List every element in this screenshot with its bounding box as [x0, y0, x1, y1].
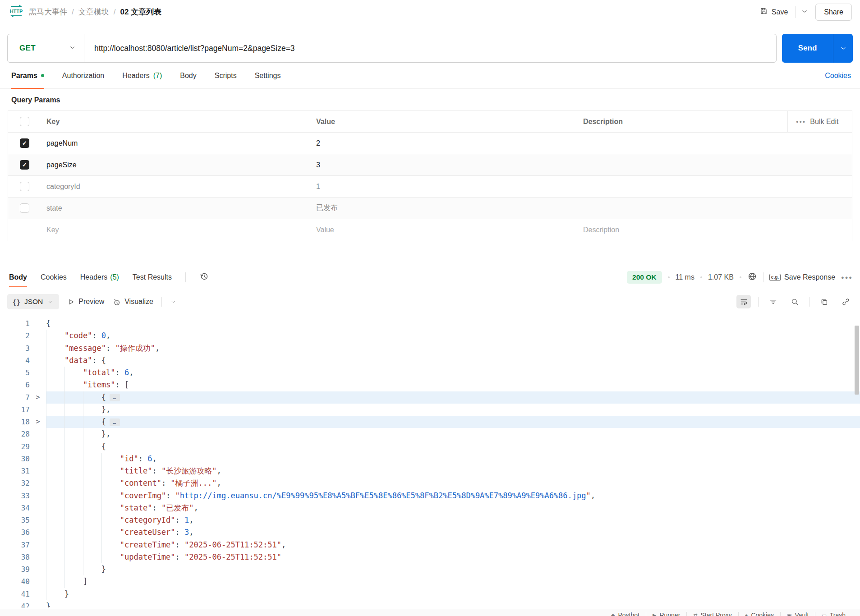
param-value[interactable]: 已发布 — [311, 203, 578, 213]
footer-runner[interactable]: ▶Runner — [646, 611, 686, 616]
table-row: ✓ pageSize 3 — [8, 154, 852, 176]
row-checkbox[interactable]: ✓ — [20, 182, 29, 191]
line-number: 37 — [0, 539, 30, 551]
bulk-edit-button[interactable]: ●●● Bulk Edit — [787, 111, 852, 132]
headers-count: (7) — [153, 72, 162, 80]
code-line: 4"data": { — [0, 354, 860, 367]
save-button[interactable]: Save — [759, 7, 788, 17]
runner-icon: ▶ — [653, 612, 656, 616]
breadcrumb-collection[interactable]: 黑马大事件 — [29, 7, 67, 17]
url-box: GET http://localhost:8080/article/list?p… — [7, 34, 777, 63]
gutter — [30, 588, 46, 600]
magic-ball-icon — [112, 298, 121, 306]
filter-button[interactable] — [766, 295, 780, 308]
line-number: 33 — [0, 490, 30, 502]
send-options-chevron[interactable] — [833, 34, 853, 63]
wrap-text-button[interactable] — [736, 295, 751, 308]
line-number: 32 — [0, 477, 30, 489]
format-label: JSON — [24, 298, 43, 306]
param-value[interactable]: 3 — [311, 161, 578, 169]
chevron-down-icon[interactable] — [170, 299, 177, 305]
tab-authorization[interactable]: Authorization — [62, 63, 104, 88]
tab-params[interactable]: Params — [11, 63, 44, 88]
response-time[interactable]: 11 ms — [676, 273, 694, 281]
link-button[interactable] — [838, 295, 853, 308]
code-line: 41} — [0, 588, 860, 600]
value-placeholder[interactable]: Value — [311, 226, 578, 234]
description-placeholder[interactable]: Description — [578, 226, 787, 234]
response-body-viewer[interactable]: 1{2"code": 0,3"message": "操作成功",4"data":… — [0, 313, 860, 607]
fold-arrow-icon[interactable]: > — [30, 416, 46, 428]
response-tab-body[interactable]: Body — [9, 264, 27, 290]
select-all-checkbox[interactable]: ✓ — [20, 117, 29, 126]
cookies-link[interactable]: Cookies — [825, 72, 851, 80]
gutter — [30, 453, 46, 465]
response-tab-cookies[interactable]: Cookies — [41, 264, 67, 290]
row-checkbox[interactable]: ✓ — [20, 203, 29, 213]
coverimg-link[interactable]: http://img.euansu.cn/%E9%99%95%E8%A5%BF%… — [180, 491, 586, 500]
param-key[interactable]: pageSize — [41, 161, 311, 169]
format-select[interactable]: { } JSON — [7, 294, 59, 309]
footer-vault[interactable]: ▣Vault — [781, 611, 815, 616]
footer-postbot[interactable]: ◆Postbot — [605, 611, 646, 616]
key-placeholder[interactable]: Key — [41, 226, 311, 234]
breadcrumb: HTTP 黑马大事件 / 文章模块 / 02 文章列表 — [8, 5, 161, 19]
save-dropdown-chevron[interactable] — [801, 8, 808, 17]
fold-arrow-icon[interactable]: > — [30, 391, 46, 404]
send-label[interactable]: Send — [782, 34, 833, 63]
line-number: 28 — [0, 428, 30, 440]
history-icon[interactable] — [199, 271, 209, 283]
param-value[interactable]: 1 — [311, 183, 578, 191]
table-header-row: ✓ Key Value Description ●●● Bulk Edit — [8, 111, 852, 133]
column-description: Description — [578, 118, 787, 126]
tab-headers[interactable]: Headers (7) — [122, 63, 162, 88]
code-line: 32"content": "橘子洲...", — [0, 477, 860, 489]
row-checkbox[interactable]: ✓ — [20, 160, 29, 170]
row-checkbox[interactable]: ✓ — [20, 138, 29, 148]
footer-cookies[interactable]: ●Cookies — [739, 611, 780, 616]
globe-icon[interactable] — [747, 271, 757, 283]
footer-start-proxy[interactable]: ⇄Start Proxy — [687, 611, 738, 616]
more-options-icon[interactable]: ●●● — [841, 275, 853, 280]
line-number: 31 — [0, 465, 30, 477]
gutter — [30, 465, 46, 477]
param-key[interactable]: categoryId — [41, 183, 311, 191]
search-button[interactable] — [787, 295, 802, 308]
gutter — [30, 428, 46, 440]
send-button[interactable]: Send — [782, 34, 853, 63]
gutter — [30, 404, 46, 416]
tab-body[interactable]: Body — [180, 63, 196, 88]
query-params-table: ✓ Key Value Description ●●● Bulk Edit ✓ … — [8, 110, 852, 241]
footer-trash[interactable]: ▭Trash — [815, 611, 852, 616]
breadcrumb-folder[interactable]: 文章模块 — [78, 7, 109, 17]
floppy-icon — [759, 7, 768, 17]
line-number: 41 — [0, 588, 30, 600]
share-button[interactable]: Share — [815, 4, 852, 21]
code-line: 6"items": [ — [0, 379, 860, 391]
code-line: 5"total": 6, — [0, 367, 860, 379]
gutter — [30, 600, 46, 607]
copy-button[interactable] — [817, 295, 831, 308]
param-key[interactable]: state — [41, 204, 311, 212]
breadcrumb-request-name[interactable]: 02 文章列表 — [120, 7, 161, 17]
response-size[interactable]: 1.07 KB — [708, 273, 734, 281]
vertical-scrollbar[interactable] — [855, 326, 859, 395]
request-tabs: Params Authorization Headers (7) Body Sc… — [0, 63, 860, 89]
code-line: 29{ — [0, 441, 860, 453]
divider — [161, 297, 162, 307]
param-value[interactable]: 2 — [311, 139, 578, 147]
param-key[interactable]: pageNum — [41, 139, 311, 147]
tab-settings[interactable]: Settings — [255, 63, 281, 88]
status-badge[interactable]: 200 OK — [627, 271, 662, 284]
line-number: 40 — [0, 575, 30, 588]
tab-scripts[interactable]: Scripts — [215, 63, 237, 88]
visualize-button[interactable]: Visualize — [112, 298, 153, 306]
url-input[interactable]: http://localhost:8080/article/list?pageN… — [84, 44, 776, 53]
divider — [809, 297, 809, 307]
method-select[interactable]: GET — [8, 34, 84, 62]
proxy-icon: ⇄ — [693, 612, 697, 616]
save-response-button[interactable]: e.g. Save Response — [769, 273, 835, 281]
response-tab-test-results[interactable]: Test Results — [133, 264, 172, 290]
response-tab-headers[interactable]: Headers (5) — [80, 264, 119, 290]
preview-button[interactable]: Preview — [67, 298, 104, 306]
